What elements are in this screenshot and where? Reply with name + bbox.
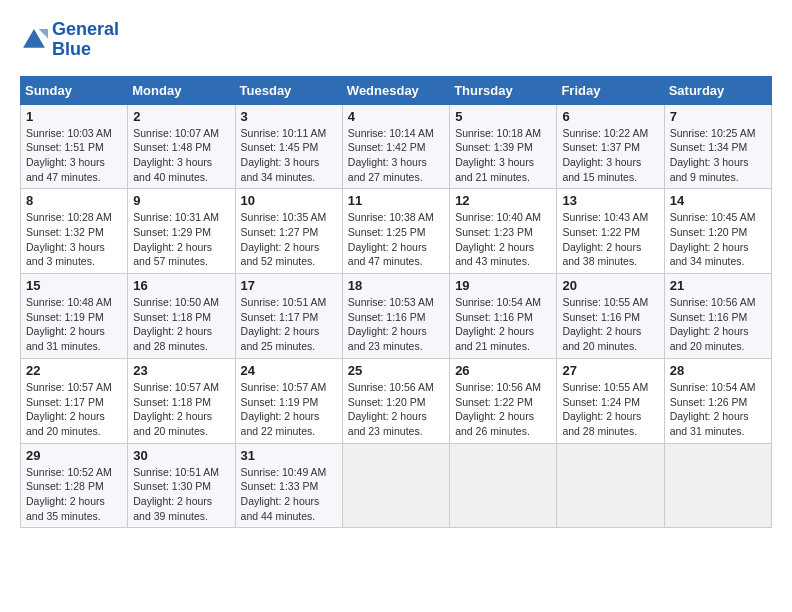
sunrise-label: Sunrise: 10:57 AM	[26, 381, 112, 393]
day-number: 18	[348, 278, 444, 293]
sunrise-label: Sunrise: 10:14 AM	[348, 127, 434, 139]
daylight-label: Daylight: 2 hours and 43 minutes.	[455, 241, 534, 268]
day-info: Sunrise: 10:54 AM Sunset: 1:26 PM Daylig…	[670, 380, 766, 439]
day-number: 19	[455, 278, 551, 293]
day-number: 30	[133, 448, 229, 463]
day-number: 6	[562, 109, 658, 124]
sunrise-label: Sunrise: 10:48 AM	[26, 296, 112, 308]
daylight-label: Daylight: 2 hours and 47 minutes.	[348, 241, 427, 268]
sunset-label: Sunset: 1:16 PM	[562, 311, 640, 323]
calendar-week-5: 29 Sunrise: 10:52 AM Sunset: 1:28 PM Day…	[21, 443, 772, 528]
sunset-label: Sunset: 1:32 PM	[26, 226, 104, 238]
day-info: Sunrise: 10:52 AM Sunset: 1:28 PM Daylig…	[26, 465, 122, 524]
weekday-header-monday: Monday	[128, 76, 235, 104]
sunset-label: Sunset: 1:48 PM	[133, 141, 211, 153]
daylight-label: Daylight: 2 hours and 28 minutes.	[133, 325, 212, 352]
calendar-week-3: 15 Sunrise: 10:48 AM Sunset: 1:19 PM Day…	[21, 274, 772, 359]
day-number: 10	[241, 193, 337, 208]
calendar-cell: 17 Sunrise: 10:51 AM Sunset: 1:17 PM Day…	[235, 274, 342, 359]
calendar-cell	[557, 443, 664, 528]
day-info: Sunrise: 10:57 AM Sunset: 1:17 PM Daylig…	[26, 380, 122, 439]
calendar-cell: 16 Sunrise: 10:50 AM Sunset: 1:18 PM Day…	[128, 274, 235, 359]
calendar-cell: 28 Sunrise: 10:54 AM Sunset: 1:26 PM Day…	[664, 358, 771, 443]
day-info: Sunrise: 10:45 AM Sunset: 1:20 PM Daylig…	[670, 210, 766, 269]
calendar-week-4: 22 Sunrise: 10:57 AM Sunset: 1:17 PM Day…	[21, 358, 772, 443]
day-info: Sunrise: 10:38 AM Sunset: 1:25 PM Daylig…	[348, 210, 444, 269]
daylight-label: Daylight: 3 hours and 34 minutes.	[241, 156, 320, 183]
day-info: Sunrise: 10:31 AM Sunset: 1:29 PM Daylig…	[133, 210, 229, 269]
sunset-label: Sunset: 1:25 PM	[348, 226, 426, 238]
sunrise-label: Sunrise: 10:40 AM	[455, 211, 541, 223]
daylight-label: Daylight: 3 hours and 27 minutes.	[348, 156, 427, 183]
sunrise-label: Sunrise: 10:53 AM	[348, 296, 434, 308]
day-number: 7	[670, 109, 766, 124]
sunset-label: Sunset: 1:16 PM	[455, 311, 533, 323]
sunrise-label: Sunrise: 10:45 AM	[670, 211, 756, 223]
day-info: Sunrise: 10:51 AM Sunset: 1:30 PM Daylig…	[133, 465, 229, 524]
calendar-cell: 22 Sunrise: 10:57 AM Sunset: 1:17 PM Day…	[21, 358, 128, 443]
calendar-cell: 1 Sunrise: 10:03 AM Sunset: 1:51 PM Dayl…	[21, 104, 128, 189]
calendar-cell: 6 Sunrise: 10:22 AM Sunset: 1:37 PM Dayl…	[557, 104, 664, 189]
calendar-cell: 10 Sunrise: 10:35 AM Sunset: 1:27 PM Day…	[235, 189, 342, 274]
calendar-cell: 29 Sunrise: 10:52 AM Sunset: 1:28 PM Day…	[21, 443, 128, 528]
sunrise-label: Sunrise: 10:51 AM	[241, 296, 327, 308]
day-number: 2	[133, 109, 229, 124]
logo-icon	[20, 26, 48, 54]
daylight-label: Daylight: 2 hours and 21 minutes.	[455, 325, 534, 352]
daylight-label: Daylight: 2 hours and 52 minutes.	[241, 241, 320, 268]
weekday-header-wednesday: Wednesday	[342, 76, 449, 104]
weekday-header-saturday: Saturday	[664, 76, 771, 104]
daylight-label: Daylight: 2 hours and 31 minutes.	[26, 325, 105, 352]
daylight-label: Daylight: 2 hours and 26 minutes.	[455, 410, 534, 437]
weekday-header-friday: Friday	[557, 76, 664, 104]
day-number: 11	[348, 193, 444, 208]
day-number: 22	[26, 363, 122, 378]
day-number: 26	[455, 363, 551, 378]
weekday-header-tuesday: Tuesday	[235, 76, 342, 104]
calendar-cell	[664, 443, 771, 528]
day-info: Sunrise: 10:55 AM Sunset: 1:16 PM Daylig…	[562, 295, 658, 354]
weekday-header-sunday: Sunday	[21, 76, 128, 104]
sunrise-label: Sunrise: 10:25 AM	[670, 127, 756, 139]
day-number: 13	[562, 193, 658, 208]
sunset-label: Sunset: 1:18 PM	[133, 311, 211, 323]
sunset-label: Sunset: 1:23 PM	[455, 226, 533, 238]
day-number: 16	[133, 278, 229, 293]
calendar-table: SundayMondayTuesdayWednesdayThursdayFrid…	[20, 76, 772, 529]
calendar-week-1: 1 Sunrise: 10:03 AM Sunset: 1:51 PM Dayl…	[21, 104, 772, 189]
calendar-cell: 7 Sunrise: 10:25 AM Sunset: 1:34 PM Dayl…	[664, 104, 771, 189]
calendar-cell: 3 Sunrise: 10:11 AM Sunset: 1:45 PM Dayl…	[235, 104, 342, 189]
day-info: Sunrise: 10:57 AM Sunset: 1:18 PM Daylig…	[133, 380, 229, 439]
day-info: Sunrise: 10:55 AM Sunset: 1:24 PM Daylig…	[562, 380, 658, 439]
calendar-cell: 13 Sunrise: 10:43 AM Sunset: 1:22 PM Day…	[557, 189, 664, 274]
daylight-label: Daylight: 2 hours and 57 minutes.	[133, 241, 212, 268]
sunrise-label: Sunrise: 10:55 AM	[562, 381, 648, 393]
sunrise-label: Sunrise: 10:51 AM	[133, 466, 219, 478]
day-info: Sunrise: 10:51 AM Sunset: 1:17 PM Daylig…	[241, 295, 337, 354]
daylight-label: Daylight: 2 hours and 23 minutes.	[348, 410, 427, 437]
day-info: Sunrise: 10:57 AM Sunset: 1:19 PM Daylig…	[241, 380, 337, 439]
daylight-label: Daylight: 2 hours and 23 minutes.	[348, 325, 427, 352]
calendar-cell: 19 Sunrise: 10:54 AM Sunset: 1:16 PM Day…	[450, 274, 557, 359]
day-number: 4	[348, 109, 444, 124]
calendar-cell: 4 Sunrise: 10:14 AM Sunset: 1:42 PM Dayl…	[342, 104, 449, 189]
sunset-label: Sunset: 1:20 PM	[348, 396, 426, 408]
day-info: Sunrise: 10:56 AM Sunset: 1:20 PM Daylig…	[348, 380, 444, 439]
sunset-label: Sunset: 1:20 PM	[670, 226, 748, 238]
sunrise-label: Sunrise: 10:43 AM	[562, 211, 648, 223]
day-number: 23	[133, 363, 229, 378]
calendar-cell: 12 Sunrise: 10:40 AM Sunset: 1:23 PM Day…	[450, 189, 557, 274]
sunset-label: Sunset: 1:51 PM	[26, 141, 104, 153]
day-info: Sunrise: 10:28 AM Sunset: 1:32 PM Daylig…	[26, 210, 122, 269]
day-number: 24	[241, 363, 337, 378]
day-info: Sunrise: 10:18 AM Sunset: 1:39 PM Daylig…	[455, 126, 551, 185]
calendar-cell: 31 Sunrise: 10:49 AM Sunset: 1:33 PM Day…	[235, 443, 342, 528]
svg-marker-1	[39, 29, 48, 38]
sunrise-label: Sunrise: 10:35 AM	[241, 211, 327, 223]
day-info: Sunrise: 10:50 AM Sunset: 1:18 PM Daylig…	[133, 295, 229, 354]
sunset-label: Sunset: 1:30 PM	[133, 480, 211, 492]
day-number: 27	[562, 363, 658, 378]
day-info: Sunrise: 10:11 AM Sunset: 1:45 PM Daylig…	[241, 126, 337, 185]
sunset-label: Sunset: 1:24 PM	[562, 396, 640, 408]
calendar-cell	[450, 443, 557, 528]
